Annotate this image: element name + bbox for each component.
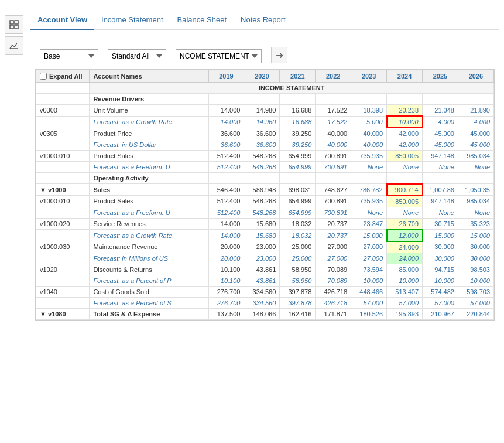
cell-4[interactable]: None — [351, 162, 387, 173]
cell-1[interactable]: 548.268 — [244, 151, 280, 162]
cell-5[interactable]: 900.714 — [387, 184, 423, 196]
col-header-2025[interactable]: 2025 — [423, 70, 458, 83]
cell-5[interactable]: 85.000 — [387, 264, 423, 275]
cell-2[interactable]: 162.416 — [280, 308, 316, 319]
cell-6[interactable]: 947.148 — [423, 151, 458, 162]
cell-0[interactable]: 276.700 — [208, 297, 244, 308]
cell-6[interactable]: 574.482 — [423, 286, 458, 297]
cell-2[interactable]: 25.000 — [280, 241, 316, 253]
cell-6[interactable]: 45.000 — [423, 128, 458, 139]
tab-balance-sheet[interactable]: Balance Sheet — [170, 11, 234, 30]
cell-3[interactable]: 20.737 — [316, 230, 351, 241]
cell-2[interactable]: 18.032 — [280, 218, 316, 230]
cell-1[interactable]: 586.948 — [244, 184, 280, 196]
cell-2[interactable]: 397.878 — [280, 286, 316, 297]
cell-4[interactable] — [351, 173, 387, 184]
cell-3[interactable]: 426.718 — [316, 297, 351, 308]
cell-7[interactable]: None — [458, 207, 493, 218]
cell-3[interactable]: 700.891 — [316, 162, 351, 173]
cell-1[interactable]: 43.861 — [244, 275, 280, 286]
cell-6[interactable]: 30.000 — [423, 253, 458, 264]
cell-0[interactable]: 36.600 — [208, 139, 244, 151]
cell-1[interactable]: 23.000 — [244, 241, 280, 253]
cell-0[interactable]: 14.000 — [208, 230, 244, 241]
cell-0[interactable]: 276.700 — [208, 286, 244, 297]
cell-0[interactable]: 20.000 — [208, 241, 244, 253]
cell-3[interactable]: 700.891 — [316, 196, 351, 207]
account-name[interactable]: Forecast: as a Growth Rate — [90, 116, 208, 128]
cell-4[interactable]: 735.935 — [351, 151, 387, 162]
cell-0[interactable] — [208, 94, 244, 105]
cell-1[interactable] — [244, 94, 280, 105]
cell-3[interactable]: 27.000 — [316, 241, 351, 253]
cell-3[interactable]: 17.522 — [316, 105, 351, 117]
tab-account-view[interactable]: Account View — [30, 11, 94, 30]
cell-4[interactable]: 15.000 — [351, 230, 387, 241]
cell-7[interactable]: 985.034 — [458, 196, 493, 207]
tab-notes-report[interactable]: Notes Report — [234, 11, 293, 30]
cell-2[interactable]: 58.950 — [280, 264, 316, 275]
cell-7[interactable]: None — [458, 162, 493, 173]
cell-1[interactable]: 36.600 — [244, 139, 280, 151]
cell-5[interactable]: 513.407 — [387, 286, 423, 297]
cell-3[interactable]: 700.891 — [316, 151, 351, 162]
cell-1[interactable]: 148.066 — [244, 308, 280, 319]
cell-0[interactable]: 36.600 — [208, 128, 244, 139]
cell-7[interactable]: 4.000 — [458, 116, 493, 128]
cell-5[interactable]: 20.238 — [387, 105, 423, 117]
cell-3[interactable]: 27.000 — [316, 253, 351, 264]
account-name[interactable]: Forecast: as a Freeform: U — [90, 162, 208, 173]
cell-3[interactable]: 748.627 — [316, 184, 351, 196]
cell-5[interactable]: 850.005 — [387, 196, 423, 207]
cell-4[interactable]: 735.935 — [351, 196, 387, 207]
cell-7[interactable]: 57.000 — [458, 297, 493, 308]
cell-2[interactable]: 18.032 — [280, 230, 316, 241]
cell-3[interactable]: 40.000 — [316, 128, 351, 139]
cell-1[interactable]: 548.268 — [244, 207, 280, 218]
cell-2[interactable] — [280, 173, 316, 184]
cell-4[interactable]: 5.000 — [351, 116, 387, 128]
cell-0[interactable]: 546.400 — [208, 184, 244, 196]
cell-1[interactable]: 14.980 — [244, 105, 280, 117]
cell-3[interactable]: 70.089 — [316, 275, 351, 286]
cell-2[interactable] — [280, 94, 316, 105]
cell-6[interactable]: 10.000 — [423, 275, 458, 286]
cell-0[interactable]: 512.400 — [208, 207, 244, 218]
cell-0[interactable]: 512.400 — [208, 196, 244, 207]
expand-all-checkbox[interactable] — [40, 73, 47, 80]
cell-0[interactable]: 10.100 — [208, 275, 244, 286]
cell-4[interactable]: 57.000 — [351, 297, 387, 308]
cell-0[interactable]: 20.000 — [208, 253, 244, 264]
account-name[interactable]: Forecast: in US Dollar — [90, 139, 208, 151]
cell-7[interactable] — [458, 173, 493, 184]
cell-5[interactable]: 42.000 — [387, 139, 423, 151]
cell-2[interactable]: 16.688 — [280, 116, 316, 128]
cell-6[interactable]: 57.000 — [423, 297, 458, 308]
cell-2[interactable]: 654.999 — [280, 151, 316, 162]
cell-2[interactable]: 39.250 — [280, 128, 316, 139]
cell-4[interactable]: 448.466 — [351, 286, 387, 297]
cell-1[interactable]: 43.861 — [244, 264, 280, 275]
cell-6[interactable]: 15.000 — [423, 230, 458, 241]
cell-7[interactable]: 220.844 — [458, 308, 493, 319]
cell-2[interactable]: 25.000 — [280, 253, 316, 264]
cell-2[interactable]: 16.688 — [280, 105, 316, 117]
cell-3[interactable]: 40.000 — [316, 139, 351, 151]
cell-5[interactable]: 24.000 — [387, 241, 423, 253]
cell-0[interactable]: 137.500 — [208, 308, 244, 319]
cell-5[interactable]: 10.000 — [387, 275, 423, 286]
cell-4[interactable]: 27.000 — [351, 241, 387, 253]
cell-0[interactable]: 512.400 — [208, 162, 244, 173]
cell-6[interactable] — [423, 94, 458, 105]
cell-5[interactable]: 12.000 — [387, 230, 423, 241]
account-name[interactable]: Forecast: as a Growth Rate — [90, 230, 208, 241]
cell-5[interactable]: 24.000 — [387, 253, 423, 264]
arrow-button[interactable]: ➜ — [271, 47, 287, 63]
cell-7[interactable]: 15.000 — [458, 230, 493, 241]
cell-3[interactable]: 20.737 — [316, 218, 351, 230]
cell-4[interactable] — [351, 94, 387, 105]
cell-1[interactable]: 36.600 — [244, 128, 280, 139]
cell-7[interactable]: 985.034 — [458, 151, 493, 162]
cell-7[interactable] — [458, 94, 493, 105]
dataview-select[interactable]: Standard All — [108, 49, 166, 63]
